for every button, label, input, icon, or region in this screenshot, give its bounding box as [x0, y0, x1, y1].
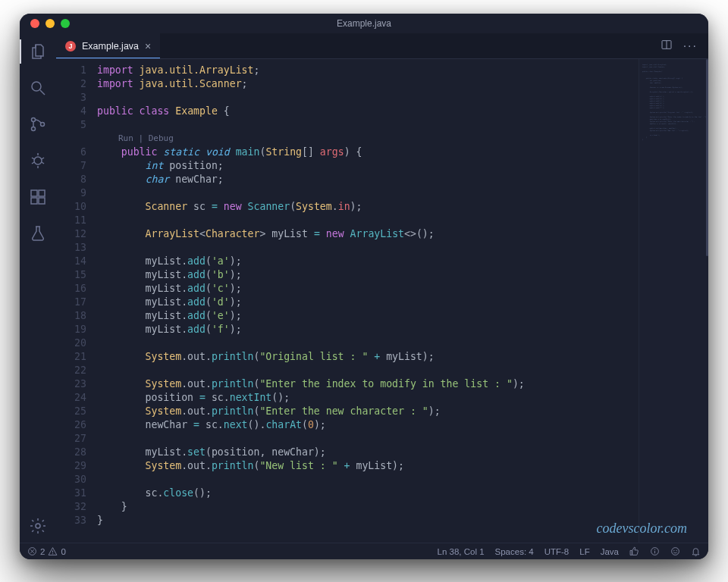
code-editor[interactable]: 12345 6789101112131415161718192021222324… [56, 59, 708, 543]
minimap-scrollbar[interactable] [706, 59, 708, 256]
code-line[interactable]: System.out.println("Enter the index to m… [97, 377, 639, 391]
smiley-icon [670, 546, 680, 556]
code-line[interactable]: position = sc.nextInt(); [97, 391, 639, 405]
code-line[interactable]: myList.add('f'); [97, 323, 639, 336]
codelens[interactable]: Run | Debug [97, 132, 639, 146]
tab-bar: J Example.java × ··· [56, 33, 708, 59]
line-number: 7 [56, 159, 86, 173]
window-title: Example.java [20, 18, 708, 29]
code-content[interactable]: import java.util.ArrayList;import java.u… [97, 64, 639, 527]
svg-point-4 [41, 123, 45, 127]
code-line[interactable]: } [97, 514, 639, 527]
code-line[interactable]: import java.util.Scanner; [97, 77, 639, 91]
line-number: 28 [56, 446, 86, 459]
testing-tab[interactable] [20, 221, 56, 246]
code-line[interactable] [97, 336, 639, 350]
svg-point-5 [34, 157, 42, 164]
line-number: 19 [56, 323, 86, 336]
extensions-tab[interactable] [20, 185, 56, 209]
code-line[interactable]: newChar = sc.next().charAt(0); [97, 418, 639, 432]
editor-actions: ··· [661, 33, 708, 58]
codelens-run[interactable]: Run [118, 133, 133, 143]
code-line[interactable]: System.out.println("New list : " + myLis… [97, 459, 639, 473]
code-line[interactable]: myList.add('b'); [97, 268, 639, 282]
code-line[interactable]: myList.add('c'); [97, 282, 639, 296]
line-number: 14 [56, 255, 86, 268]
tab-example-java[interactable]: J Example.java × [56, 33, 160, 58]
run-debug-tab[interactable] [20, 149, 56, 173]
code-line[interactable]: System.out.println("Original list : " + … [97, 350, 639, 364]
settings-button[interactable] [20, 514, 56, 538]
problems-status[interactable]: 2 0 [27, 546, 66, 556]
code-line[interactable] [97, 364, 639, 377]
source-control-tab[interactable] [20, 112, 56, 136]
code-line[interactable] [97, 118, 639, 132]
eol-status[interactable]: LF [579, 547, 589, 556]
line-number: 30 [56, 473, 86, 487]
debug-icon [29, 152, 47, 170]
beaker-icon [29, 224, 47, 242]
line-number: 18 [56, 309, 86, 323]
code-line[interactable]: System.out.println("Enter the new charac… [97, 405, 639, 418]
explorer-tab[interactable] [20, 39, 56, 64]
close-tab-button[interactable]: × [145, 40, 151, 52]
error-count: 2 [40, 547, 45, 556]
split-icon [661, 39, 673, 51]
line-number: 17 [56, 296, 86, 309]
line-number: 9 [56, 186, 86, 200]
notifications-button[interactable] [691, 546, 701, 556]
code-line[interactable]: public static void main(String[] args) { [97, 146, 639, 159]
code-line[interactable]: myList.add('d'); [97, 296, 639, 309]
thumbs-up-icon [629, 546, 639, 556]
code-line[interactable] [97, 432, 639, 446]
svg-point-27 [672, 548, 679, 555]
line-number: 22 [56, 364, 86, 377]
svg-point-3 [32, 127, 36, 131]
code-line[interactable]: ArrayList<Character> myList = new ArrayL… [97, 227, 639, 241]
encoding-status[interactable]: UTF-8 [544, 547, 570, 556]
code-line[interactable]: public class Example { [97, 105, 639, 118]
line-number: 21 [56, 350, 86, 364]
line-number: 13 [56, 241, 86, 255]
code-line[interactable]: sc.close(); [97, 487, 639, 500]
line-number: 2 [56, 77, 86, 91]
code-line[interactable]: } [97, 500, 639, 514]
more-actions-button[interactable]: ··· [683, 39, 698, 53]
line-number: 20 [56, 336, 86, 350]
code-line[interactable] [97, 214, 639, 227]
codelens-debug[interactable]: Debug [149, 133, 174, 143]
code-line[interactable]: myList.add('a'); [97, 255, 639, 268]
java-file-icon: J [65, 41, 76, 52]
code-line[interactable] [97, 241, 639, 255]
code-line[interactable]: int position; [97, 159, 639, 173]
code-line[interactable]: char newChar; [97, 173, 639, 186]
cursor-position[interactable]: Ln 38, Col 1 [438, 547, 485, 556]
search-icon [29, 79, 47, 97]
line-number: 29 [56, 459, 86, 473]
code-line[interactable]: myList.set(position, newChar); [97, 446, 639, 459]
svg-point-26 [654, 549, 655, 550]
code-line[interactable] [97, 186, 639, 200]
minimap[interactable]: import java.util.ArrayList; import java.… [639, 59, 708, 543]
line-number: 11 [56, 214, 86, 227]
code-line[interactable] [97, 473, 639, 487]
search-tab[interactable] [20, 76, 56, 100]
thumbs-up-button[interactable] [629, 546, 639, 556]
line-number: 27 [56, 432, 86, 446]
info-icon [650, 546, 660, 556]
code-line[interactable]: Scanner sc = new Scanner(System.in); [97, 200, 639, 214]
svg-line-9 [42, 158, 44, 159]
split-editor-button[interactable] [661, 39, 673, 54]
code-line[interactable]: myList.add('e'); [97, 309, 639, 323]
language-mode[interactable]: Java [601, 547, 619, 556]
info-button[interactable] [650, 546, 660, 556]
code-line[interactable] [97, 91, 639, 105]
indentation-status[interactable]: Spaces: 4 [495, 547, 534, 556]
line-number: 16 [56, 282, 86, 296]
line-number: 12 [56, 227, 86, 241]
feedback-button[interactable] [670, 546, 680, 556]
svg-line-1 [40, 90, 45, 95]
code-line[interactable]: import java.util.ArrayList; [97, 64, 639, 77]
line-number: 3 [56, 91, 86, 105]
line-number: 1 [56, 64, 86, 77]
